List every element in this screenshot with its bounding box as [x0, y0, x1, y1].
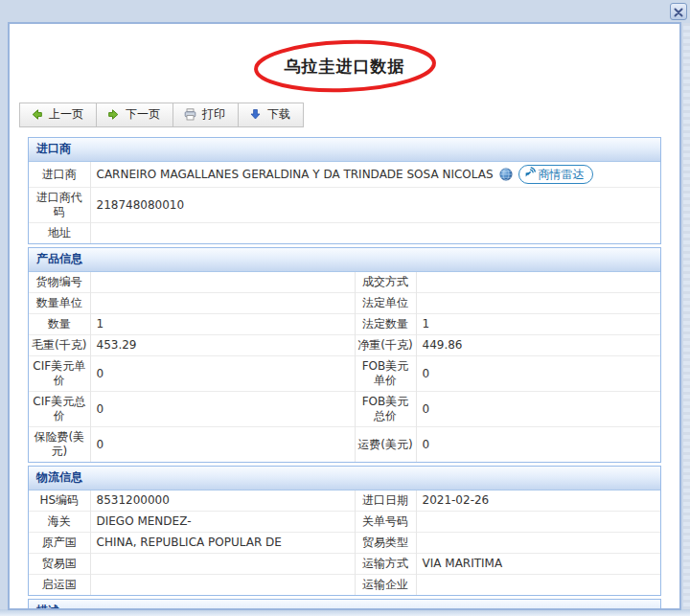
fob-unit-price-label: FOB美元单价 — [355, 356, 416, 392]
insurance-fee-label: 保险费(美元) — [29, 427, 90, 463]
importer-name-label: 进口商 — [29, 162, 90, 188]
download-label: 下载 — [267, 106, 290, 123]
declaration-no-label: 关单号码 — [355, 512, 416, 533]
table-row: 贸易国 运输方式 VIA MARITIMA — [29, 554, 660, 575]
section-product-header: 产品信息 — [29, 248, 660, 272]
cargo-no-label: 货物编号 — [29, 272, 90, 293]
business-radar-badge[interactable]: 商情雷达 — [518, 165, 593, 184]
declaration-no-value — [416, 512, 660, 533]
table-row: 货物编号 成交方式 — [29, 272, 660, 293]
print-button[interactable]: 打印 — [172, 103, 239, 127]
business-radar-label: 商情雷达 — [539, 168, 585, 182]
legal-qty-label: 法定数量 — [355, 314, 416, 335]
legal-unit-label: 法定单位 — [355, 293, 416, 314]
table-row: 数量单位 法定单位 — [29, 293, 660, 314]
freight-fee-value: 0 — [416, 427, 660, 463]
importer-code-value: 218748080010 — [90, 188, 660, 223]
trade-type-value — [416, 533, 660, 554]
toolbar: 上一页 下一页 打印 下载 — [19, 103, 304, 127]
next-page-label: 下一页 — [126, 106, 160, 123]
cargo-no-value — [90, 272, 355, 293]
table-row: CIF美元总价 0 FOB美元总价 0 — [29, 392, 660, 427]
section-product: 产品信息 货物编号 成交方式 数量单位 法定单位 数量 1 法定数量 — [28, 247, 661, 463]
table-row: CIF美元单价 0 FOB美元单价 0 — [29, 356, 660, 392]
freight-fee-label: 运费(美元) — [355, 427, 416, 463]
table-row: 启运国 运输企业 — [29, 575, 660, 596]
qty-unit-label: 数量单位 — [29, 293, 90, 314]
section-importer: 进口商 进口商 CARNEIRO MAGALLANES GERALDINA Y … — [28, 137, 661, 244]
importer-table: 进口商 CARNEIRO MAGALLANES GERALDINA Y DA T… — [29, 162, 660, 243]
origin-country-label: 原产国 — [29, 533, 90, 554]
globe-icon[interactable] — [499, 168, 513, 181]
blue-down-arrow-icon — [249, 108, 262, 121]
table-row: 数量 1 法定数量 1 — [29, 314, 660, 335]
section-logistics-header: 物流信息 — [29, 467, 660, 491]
transport-company-value — [416, 575, 660, 596]
qty-value: 1 — [90, 314, 355, 335]
fob-total-price-label: FOB美元总价 — [355, 392, 416, 427]
customs-label: 海关 — [29, 512, 90, 533]
import-record-dialog: 乌拉圭进口数据 上一页 下一页 打印 — [8, 22, 681, 610]
table-row: 海关 DIEGO MENDEZ- 关单号码 — [29, 512, 660, 533]
table-row: 原产国 CHINA, REPUBLICA POPULAR DE 贸易类型 — [29, 533, 660, 554]
gross-weight-label: 毛重(千克) — [29, 335, 90, 356]
importer-code-label: 进口商代码 — [29, 188, 90, 223]
trade-type-label: 贸易类型 — [355, 533, 416, 554]
table-row: 进口商代码 218748080010 — [29, 188, 660, 223]
table-row: 地址 — [29, 223, 660, 244]
section-importer-header: 进口商 — [29, 138, 660, 162]
table-row: 进口商 CARNEIRO MAGALLANES GERALDINA Y DA T… — [29, 162, 660, 188]
transport-company-label: 运输企业 — [355, 575, 416, 596]
net-weight-value: 449.86 — [416, 335, 660, 356]
departure-country-label: 启运国 — [29, 575, 90, 596]
insurance-fee-value: 0 — [90, 427, 355, 463]
trade-country-label: 贸易国 — [29, 554, 90, 575]
legal-qty-value: 1 — [416, 314, 660, 335]
legal-unit-value — [416, 293, 660, 314]
prev-page-button[interactable]: 上一页 — [19, 103, 97, 127]
window-bottom-edge — [0, 609, 690, 616]
close-icon — [674, 3, 683, 21]
cif-unit-price-value: 0 — [90, 356, 355, 392]
next-page-button[interactable]: 下一页 — [96, 103, 173, 127]
departure-country-value — [90, 575, 355, 596]
transport-mode-label: 运输方式 — [355, 554, 416, 575]
close-button[interactable] — [670, 3, 687, 20]
section-description-header: 描述 — [29, 600, 660, 610]
hs-code-label: HS编码 — [29, 491, 90, 512]
cif-unit-price-label: CIF美元单价 — [29, 356, 90, 392]
importer-name-value: CARNEIRO MAGALLANES GERALDINA Y DA TRIND… — [97, 168, 494, 182]
table-row: 保险费(美元) 0 运费(美元) 0 — [29, 427, 660, 463]
qty-unit-value — [90, 293, 355, 314]
import-date-label: 进口日期 — [355, 491, 416, 512]
print-label: 打印 — [202, 106, 225, 123]
qty-label: 数量 — [29, 314, 90, 335]
cif-total-price-value: 0 — [90, 392, 355, 427]
printer-icon — [184, 108, 196, 121]
address-label: 地址 — [29, 223, 90, 244]
section-logistics: 物流信息 HS编码 8531200000 进口日期 2021-02-26 海关 … — [28, 466, 661, 596]
hs-code-value: 8531200000 — [90, 491, 355, 512]
prev-page-label: 上一页 — [49, 106, 83, 123]
green-right-arrow-icon — [107, 108, 120, 121]
fob-total-price-value: 0 — [416, 392, 660, 427]
fob-unit-price-value: 0 — [416, 356, 660, 392]
deal-mode-label: 成交方式 — [355, 272, 416, 293]
logistics-table: HS编码 8531200000 进口日期 2021-02-26 海关 DIEGO… — [29, 491, 660, 595]
radar-icon — [524, 167, 536, 182]
net-weight-label: 净重(千克) — [355, 335, 416, 356]
page-title: 乌拉圭进口数据 — [285, 57, 405, 76]
window-right-edge — [683, 23, 690, 609]
section-description: 描述 编码描述 - TABLEROS INDICADORES CON DISPO… — [28, 599, 661, 610]
transport-mode-value: VIA MARITIMA — [416, 554, 660, 575]
customs-value: DIEGO MENDEZ- — [90, 512, 355, 533]
import-date-value: 2021-02-26 — [416, 491, 660, 512]
download-button[interactable]: 下载 — [238, 103, 304, 127]
table-row: 毛重(千克) 453.29 净重(千克) 449.86 — [29, 335, 660, 356]
trade-country-value — [90, 554, 355, 575]
green-left-arrow-icon — [31, 108, 43, 121]
address-value — [90, 223, 660, 244]
cif-total-price-label: CIF美元总价 — [29, 392, 90, 427]
deal-mode-value — [416, 272, 660, 293]
gross-weight-value: 453.29 — [90, 335, 355, 356]
